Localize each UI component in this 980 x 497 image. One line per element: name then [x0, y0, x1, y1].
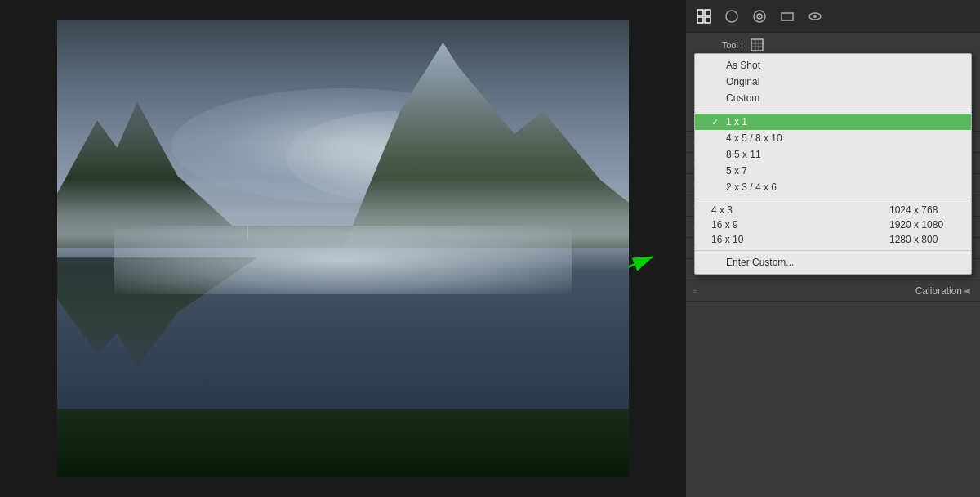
photo-background: [57, 20, 629, 477]
aspect-dropdown-menu: As Shot Original Custom ✓ 1 x 1: [694, 53, 972, 275]
dropdown-item-5x7[interactable]: 5 x 7: [695, 163, 971, 179]
dropdown-item-original[interactable]: Original: [695, 74, 971, 90]
dropdown-group-ratios: ✓ 1 x 1 4 x 5 / 8 x 10 8.5 x 11 5 x 7: [695, 110, 971, 199]
dropdown-item-4x5[interactable]: 4 x 5 / 8 x 10: [695, 130, 971, 146]
dropdown-item-2x3[interactable]: 2 x 3 / 4 x 6: [695, 179, 971, 195]
dropdown-item-8x11[interactable]: 8.5 x 11: [695, 146, 971, 163]
dropdown-item-asshot[interactable]: As Shot: [695, 57, 971, 74]
dropdown-item-4x3-res[interactable]: 4 x 3 1024 x 768: [695, 203, 971, 217]
main-image-area: [0, 0, 686, 497]
crop-canvas[interactable]: [57, 20, 629, 477]
dropdown-group-custom: Enter Custom...: [695, 251, 971, 274]
dropdown-group-presets: As Shot Original Custom: [695, 54, 971, 110]
dropdown-item-1x1[interactable]: ✓ 1 x 1: [695, 114, 971, 130]
dropdown-item-16x9-res[interactable]: 16 x 9 1920 x 1080: [695, 217, 971, 232]
right-panel: Tool : Aspect : 1 x 1 4 x 5 / 8 x 10 Cus…: [686, 0, 980, 497]
dropdown-group-resolutions: 4 x 3 1024 x 768 16 x 9 1920 x 1080 16 x…: [695, 199, 971, 251]
dropdown-item-custom[interactable]: Custom: [695, 90, 971, 106]
dropdown-overlay: As Shot Original Custom ✓ 1 x 1: [686, 0, 980, 497]
dropdown-item-enter-custom[interactable]: Enter Custom...: [695, 254, 971, 271]
dropdown-item-16x10-res[interactable]: 16 x 10 1280 x 800: [695, 232, 971, 247]
